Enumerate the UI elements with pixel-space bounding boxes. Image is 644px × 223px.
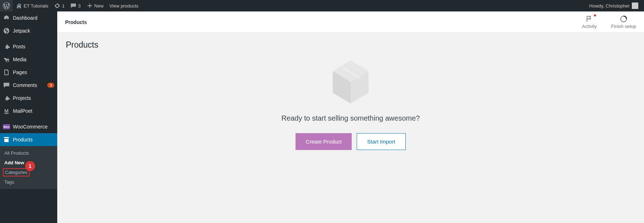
empty-state: Ready to start selling something awesome… — [66, 57, 635, 150]
activity-button[interactable]: Activity — [582, 15, 597, 29]
comment-icon — [70, 3, 77, 9]
comments-count: 3 — [78, 3, 80, 9]
page-title: Products — [66, 40, 635, 50]
sidebar-label: WooCommerce — [13, 124, 54, 130]
user-greeting-link[interactable]: Howdy, Christopher — [586, 0, 641, 11]
progress-circle-icon — [611, 15, 636, 23]
update-icon — [54, 3, 60, 9]
sidebar-label: Comments — [13, 82, 43, 88]
activity-label: Activity — [582, 24, 597, 29]
sidebar-item-mailpoet[interactable]: M MailPoet — [0, 105, 57, 117]
home-icon — [16, 3, 22, 9]
products-submenu: All Products Add New Categories 1 Tags — [0, 146, 57, 189]
wordpress-logo-icon — [3, 2, 10, 9]
sidebar-label: MailPoet — [13, 108, 54, 114]
updates-link[interactable]: 1 — [51, 0, 67, 11]
main-content: Products Activity Finish setup Products — [57, 11, 644, 223]
start-import-button[interactable]: Start Import — [357, 133, 405, 150]
sidebar-label: Posts — [13, 44, 54, 49]
content-area: Products Ready to start selling somethin… — [57, 33, 644, 157]
admin-sidebar: Dashboard Jetpack Posts Media Pages Comm… — [0, 11, 57, 223]
mailpoet-icon: M — [3, 107, 10, 115]
submenu-item-categories[interactable]: Categories — [3, 168, 30, 176]
product-box-icon — [329, 57, 372, 107]
view-products-link[interactable]: View products — [107, 0, 141, 11]
page-icon — [3, 69, 10, 76]
updates-count: 1 — [62, 3, 64, 9]
finish-setup-label: Finish setup — [611, 24, 636, 29]
sidebar-item-media[interactable]: Media — [0, 53, 57, 66]
header-bar: Products Activity Finish setup — [57, 11, 644, 33]
sidebar-item-jetpack[interactable]: Jetpack — [0, 24, 57, 37]
header-title: Products — [65, 19, 582, 25]
notification-dot-icon — [594, 14, 596, 16]
admin-bar-right: Howdy, Christopher — [586, 0, 644, 11]
sidebar-item-products[interactable]: Products — [0, 133, 57, 146]
sidebar-item-dashboard[interactable]: Dashboard — [0, 11, 57, 24]
new-label: New — [94, 3, 104, 9]
greeting-text: Howdy, Christopher — [589, 3, 630, 9]
empty-state-heading: Ready to start selling something awesome… — [66, 114, 635, 122]
header-actions: Activity Finish setup — [582, 15, 636, 29]
woocommerce-icon: Woo — [3, 123, 10, 130]
sidebar-item-comments[interactable]: Comments 3 — [0, 79, 57, 92]
pin-icon — [3, 43, 10, 50]
sidebar-label: Projects — [13, 95, 54, 101]
submenu-item-all-products[interactable]: All Products — [0, 148, 57, 158]
site-name-text: ET Tutorials — [24, 3, 48, 9]
comments-badge: 3 — [47, 83, 54, 88]
wp-logo-link[interactable] — [0, 0, 13, 11]
sidebar-label: Jetpack — [13, 28, 54, 34]
finish-setup-button[interactable]: Finish setup — [611, 15, 636, 29]
view-products-label: View products — [109, 3, 138, 9]
pin-icon — [3, 94, 10, 102]
sidebar-label: Products — [13, 137, 54, 142]
comment-icon — [3, 82, 10, 89]
sidebar-item-posts[interactable]: Posts — [0, 40, 57, 53]
new-link[interactable]: New — [84, 0, 107, 11]
archive-icon — [3, 136, 10, 143]
flag-icon — [582, 15, 597, 23]
site-name-link[interactable]: ET Tutorials — [13, 0, 51, 11]
admin-bar: ET Tutorials 1 3 New View products Howdy… — [0, 0, 644, 11]
sidebar-label: Pages — [13, 69, 54, 75]
dashboard-icon — [3, 14, 10, 21]
sidebar-label: Media — [13, 57, 54, 62]
create-product-button[interactable]: Create Product — [296, 133, 352, 150]
sidebar-item-woocommerce[interactable]: Woo WooCommerce — [0, 120, 57, 133]
comments-link[interactable]: 3 — [67, 0, 83, 11]
sidebar-item-pages[interactable]: Pages — [0, 66, 57, 79]
media-icon — [3, 56, 10, 63]
admin-bar-left: ET Tutorials 1 3 New View products — [0, 0, 586, 11]
user-avatar-icon — [632, 3, 638, 9]
sidebar-label: Dashboard — [13, 15, 54, 21]
sidebar-spacer — [0, 37, 57, 40]
submenu-item-tags[interactable]: Tags — [0, 177, 57, 187]
button-row: Create Product Start Import — [66, 133, 635, 150]
plus-icon — [87, 3, 93, 9]
sidebar-spacer — [0, 117, 57, 120]
jetpack-icon — [3, 27, 10, 34]
annotation-badge: 1 — [25, 161, 35, 171]
sidebar-item-projects[interactable]: Projects — [0, 92, 57, 105]
